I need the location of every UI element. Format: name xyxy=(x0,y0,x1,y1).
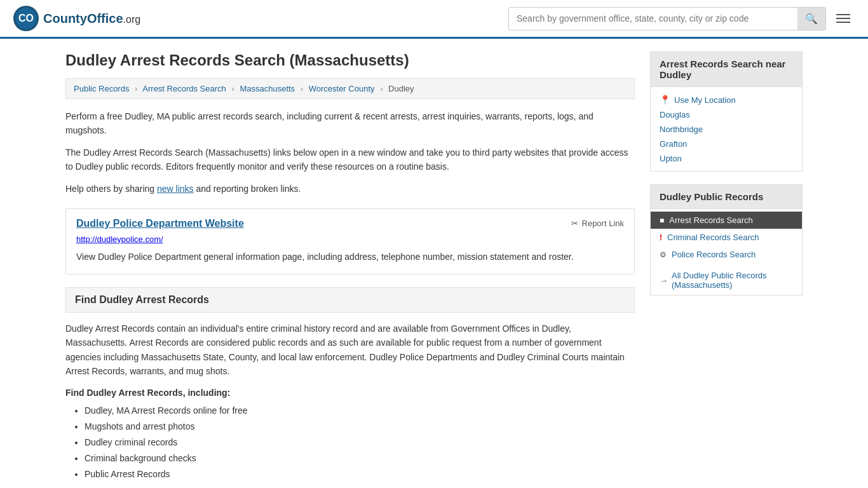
resource-url-link[interactable]: http://dudleypolice.com/ xyxy=(76,234,163,244)
sidebar-record-criminal[interactable]: ! Criminal Records Search xyxy=(651,229,802,246)
police-records-link[interactable]: Police Records Search xyxy=(672,250,756,259)
arrow-icon: → xyxy=(660,276,668,285)
list-item: Dudley, MA Arrest Records online for fre… xyxy=(85,403,635,419)
breadcrumb-worcester[interactable]: Worcester County xyxy=(309,84,375,93)
breadcrumb-arrest-records[interactable]: Arrest Records Search xyxy=(142,84,226,93)
sidebar-record-arrest[interactable]: ■ Arrest Records Search xyxy=(651,212,802,229)
find-including-list: Dudley, MA Arrest Records online for fre… xyxy=(65,403,635,483)
logo-icon: CO xyxy=(13,5,39,32)
sidebar-location-grafton[interactable]: Grafton xyxy=(651,137,802,151)
list-item: Mugshots and arrest photos xyxy=(85,419,635,435)
description-para3-prefix: Help others by sharing xyxy=(65,184,157,194)
logo: CO CountyOffice.org xyxy=(13,5,140,32)
menu-icon-line3 xyxy=(836,22,850,23)
list-item: Dudley criminal records xyxy=(85,435,635,451)
report-link-button[interactable]: ✂ Report Link xyxy=(571,219,624,228)
location-link-grafton[interactable]: Grafton xyxy=(660,139,687,149)
list-item: Criminal background checks xyxy=(85,451,635,466)
sidebar-nearby-section: Arrest Records Search near Dudley 📍 Use … xyxy=(650,51,803,172)
breadcrumb-sep-2: › xyxy=(231,84,234,93)
resource-block: Dudley Police Department Website ✂ Repor… xyxy=(65,208,635,274)
sidebar-nearby-title: Arrest Records Search near Dudley xyxy=(651,52,802,87)
sidebar-record-list: ■ Arrest Records Search ! Criminal Recor… xyxy=(651,209,802,266)
resource-description: View Dudley Police Department general in… xyxy=(66,248,634,274)
find-including-label: Find Dudley Arrest Records, including: xyxy=(65,388,635,398)
page-title: Dudley Arrest Records Search (Massachuse… xyxy=(65,51,635,69)
search-area: 🔍 xyxy=(508,7,855,30)
breadcrumb-dudley: Dudley xyxy=(388,84,414,93)
sidebar: Arrest Records Search near Dudley 📍 Use … xyxy=(650,51,803,482)
find-section-header: Find Dudley Arrest Records xyxy=(65,287,635,313)
description-para3-suffix: and reporting broken links. xyxy=(194,184,301,194)
resource-header: Dudley Police Department Website ✂ Repor… xyxy=(66,209,634,234)
sidebar-location-northbridge[interactable]: Northbridge xyxy=(651,122,802,137)
menu-icon-line1 xyxy=(836,14,850,15)
site-header: CO CountyOffice.org 🔍 xyxy=(0,0,868,39)
new-links-link[interactable]: new links xyxy=(157,184,194,194)
location-link-upton[interactable]: Upton xyxy=(660,154,682,163)
menu-button[interactable] xyxy=(831,11,855,25)
search-button[interactable]: 🔍 xyxy=(797,8,825,30)
breadcrumb: Public Records › Arrest Records Search ›… xyxy=(65,78,635,99)
breadcrumb-sep-3: › xyxy=(301,84,303,93)
sidebar-location-upton[interactable]: Upton xyxy=(651,151,802,166)
logo-text: CountyOffice.org xyxy=(43,11,140,26)
svg-text:CO: CO xyxy=(18,13,34,24)
location-link-northbridge[interactable]: Northbridge xyxy=(660,125,703,134)
sidebar-location-douglas[interactable]: Douglas xyxy=(651,107,802,122)
report-icon: ✂ xyxy=(571,219,578,228)
search-input[interactable] xyxy=(509,8,797,29)
content-area: Dudley Arrest Records Search (Massachuse… xyxy=(65,51,635,482)
breadcrumb-public-records[interactable]: Public Records xyxy=(74,84,129,93)
sidebar-public-records-title: Dudley Public Records xyxy=(651,185,802,209)
main-container: Dudley Arrest Records Search (Massachuse… xyxy=(53,39,815,488)
description-para1: Perform a free Dudley, MA public arrest … xyxy=(65,109,635,138)
all-records-link[interactable]: All Dudley Public Records (Massachusetts… xyxy=(672,271,793,290)
arrest-icon: ■ xyxy=(660,216,664,225)
resource-title[interactable]: Dudley Police Department Website xyxy=(76,218,244,229)
list-item: Public Arrest Records xyxy=(85,466,635,482)
description-para2: The Dudley Arrest Records Search (Massac… xyxy=(65,146,635,174)
search-icon: 🔍 xyxy=(805,13,818,24)
sidebar-nearby-list: 📍 Use My Location Douglas Northbridge Gr… xyxy=(651,87,802,171)
arrest-records-link[interactable]: Arrest Records Search xyxy=(669,215,753,225)
report-link-label: Report Link xyxy=(582,219,624,228)
location-link-douglas[interactable]: Douglas xyxy=(660,110,690,119)
resource-url: http://dudleypolice.com/ xyxy=(66,234,634,248)
criminal-icon: ! xyxy=(660,233,662,242)
sidebar-use-location[interactable]: 📍 Use My Location xyxy=(651,92,802,107)
sidebar-record-police[interactable]: ⚙ Police Records Search xyxy=(651,246,802,263)
breadcrumb-massachusetts[interactable]: Massachusetts xyxy=(240,84,295,93)
sidebar-all-records: → All Dudley Public Records (Massachuset… xyxy=(651,266,802,295)
criminal-records-link[interactable]: Criminal Records Search xyxy=(667,233,759,242)
pin-icon: 📍 xyxy=(660,95,670,105)
menu-icon-line2 xyxy=(836,18,850,19)
search-box: 🔍 xyxy=(508,7,826,30)
breadcrumb-sep-1: › xyxy=(135,84,137,93)
description-para3: Help others by sharing new links and rep… xyxy=(65,182,635,196)
find-section-body: Dudley Arrest Records contain an individ… xyxy=(65,322,635,379)
police-icon: ⚙ xyxy=(660,250,667,259)
use-location-link[interactable]: Use My Location xyxy=(674,95,736,105)
sidebar-public-records-section: Dudley Public Records ■ Arrest Records S… xyxy=(650,184,803,295)
breadcrumb-sep-4: › xyxy=(380,84,383,93)
